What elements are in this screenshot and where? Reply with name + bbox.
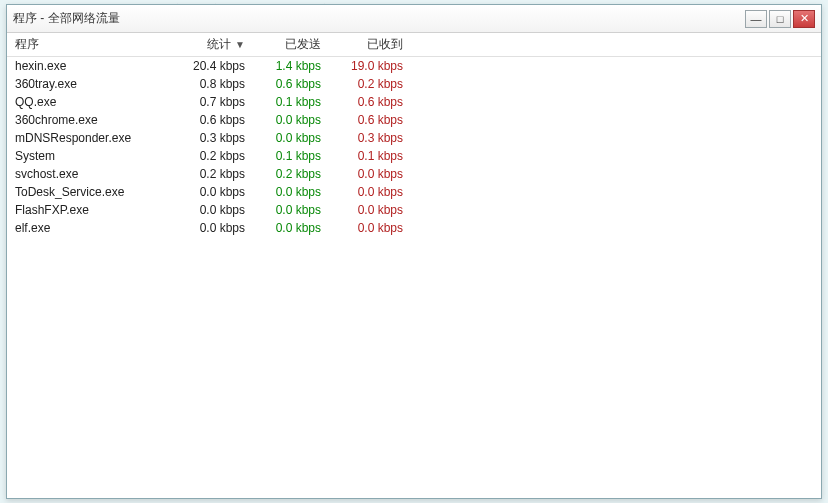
header-program[interactable]: 程序 [7, 36, 185, 53]
table-row[interactable]: 360chrome.exe0.6 kbps0.0 kbps0.6 kbps [7, 111, 821, 129]
sort-desc-icon: ▼ [235, 39, 245, 50]
cell-program: 360tray.exe [7, 77, 185, 91]
cell-program: 360chrome.exe [7, 113, 185, 127]
cell-stats: 20.4 kbps [185, 59, 255, 73]
cell-stats: 0.2 kbps [185, 149, 255, 163]
table-row[interactable]: elf.exe0.0 kbps0.0 kbps0.0 kbps [7, 219, 821, 237]
cell-stats: 0.3 kbps [185, 131, 255, 145]
cell-sent: 0.0 kbps [255, 113, 335, 127]
header-received[interactable]: 已收到 [335, 36, 413, 53]
table-row[interactable]: hexin.exe20.4 kbps1.4 kbps19.0 kbps [7, 57, 821, 75]
cell-recv: 0.0 kbps [335, 221, 413, 235]
header-stats[interactable]: 统计 ▼ [185, 36, 255, 53]
cell-recv: 0.0 kbps [335, 167, 413, 181]
table-row[interactable]: System0.2 kbps0.1 kbps0.1 kbps [7, 147, 821, 165]
header-sent[interactable]: 已发送 [255, 36, 335, 53]
cell-recv: 0.0 kbps [335, 203, 413, 217]
cell-sent: 0.0 kbps [255, 131, 335, 145]
cell-recv: 0.6 kbps [335, 95, 413, 109]
cell-sent: 0.1 kbps [255, 149, 335, 163]
close-button[interactable]: ✕ [793, 10, 815, 28]
table-body: hexin.exe20.4 kbps1.4 kbps19.0 kbps360tr… [7, 57, 821, 237]
cell-sent: 0.6 kbps [255, 77, 335, 91]
cell-program: mDNSResponder.exe [7, 131, 185, 145]
cell-stats: 0.8 kbps [185, 77, 255, 91]
cell-program: ToDesk_Service.exe [7, 185, 185, 199]
cell-stats: 0.0 kbps [185, 221, 255, 235]
cell-stats: 0.0 kbps [185, 203, 255, 217]
cell-program: System [7, 149, 185, 163]
table-row[interactable]: ToDesk_Service.exe0.0 kbps0.0 kbps0.0 kb… [7, 183, 821, 201]
maximize-button[interactable]: □ [769, 10, 791, 28]
cell-program: hexin.exe [7, 59, 185, 73]
cell-recv: 0.2 kbps [335, 77, 413, 91]
cell-sent: 0.0 kbps [255, 203, 335, 217]
cell-recv: 0.6 kbps [335, 113, 413, 127]
cell-program: FlashFXP.exe [7, 203, 185, 217]
table-row[interactable]: QQ.exe0.7 kbps0.1 kbps0.6 kbps [7, 93, 821, 111]
cell-program: QQ.exe [7, 95, 185, 109]
cell-sent: 1.4 kbps [255, 59, 335, 73]
cell-program: elf.exe [7, 221, 185, 235]
cell-recv: 19.0 kbps [335, 59, 413, 73]
traffic-dialog: 程序 - 全部网络流量 — □ ✕ 程序 统计 ▼ 已发送 已收到 hexin.… [6, 4, 822, 499]
cell-sent: 0.1 kbps [255, 95, 335, 109]
minimize-button[interactable]: — [745, 10, 767, 28]
column-headers: 程序 统计 ▼ 已发送 已收到 [7, 33, 821, 57]
titlebar[interactable]: 程序 - 全部网络流量 — □ ✕ [7, 5, 821, 33]
cell-sent: 0.2 kbps [255, 167, 335, 181]
cell-stats: 0.0 kbps [185, 185, 255, 199]
table-row[interactable]: FlashFXP.exe0.0 kbps0.0 kbps0.0 kbps [7, 201, 821, 219]
cell-sent: 0.0 kbps [255, 185, 335, 199]
table-row[interactable]: 360tray.exe0.8 kbps0.6 kbps0.2 kbps [7, 75, 821, 93]
cell-stats: 0.6 kbps [185, 113, 255, 127]
cell-stats: 0.2 kbps [185, 167, 255, 181]
table-row[interactable]: mDNSResponder.exe0.3 kbps0.0 kbps0.3 kbp… [7, 129, 821, 147]
cell-program: svchost.exe [7, 167, 185, 181]
cell-recv: 0.3 kbps [335, 131, 413, 145]
cell-recv: 0.1 kbps [335, 149, 413, 163]
cell-sent: 0.0 kbps [255, 221, 335, 235]
table-row[interactable]: svchost.exe0.2 kbps0.2 kbps0.0 kbps [7, 165, 821, 183]
cell-recv: 0.0 kbps [335, 185, 413, 199]
window-title: 程序 - 全部网络流量 [13, 10, 743, 27]
cell-stats: 0.7 kbps [185, 95, 255, 109]
